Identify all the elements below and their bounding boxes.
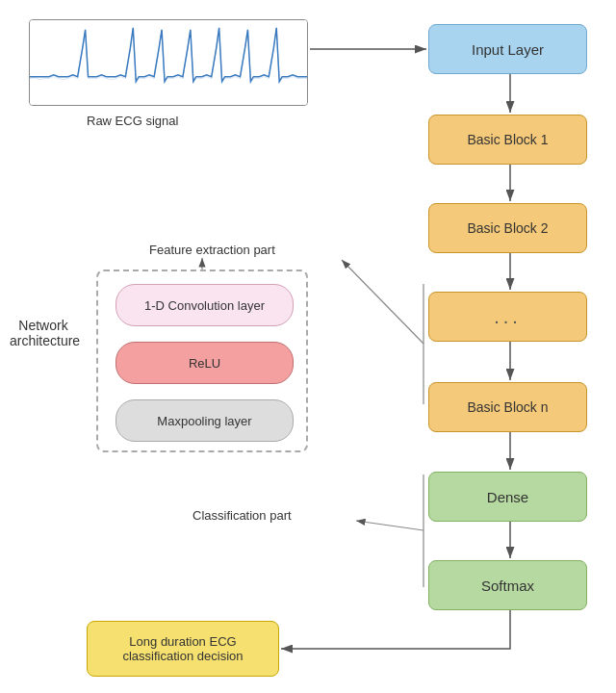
basic-block-1: Basic Block 1 xyxy=(428,115,587,165)
basic-block-2: Basic Block 2 xyxy=(428,203,587,253)
diagram-container: Raw ECG signal Network architecture Feat… xyxy=(0,0,616,693)
svg-rect-0 xyxy=(30,20,307,105)
input-layer: Input Layer xyxy=(428,24,587,74)
dense-block: Dense xyxy=(428,472,587,522)
classif-label: Classification part xyxy=(192,508,292,523)
ecg-signal-box xyxy=(29,19,308,106)
svg-line-9 xyxy=(342,260,424,344)
net-arch-label: Network architecture xyxy=(10,318,77,348)
basic-block-n: Basic Block n xyxy=(428,382,587,432)
maxpool-layer: Maxpooling layer xyxy=(116,399,294,442)
ecg-label: Raw ECG signal xyxy=(87,114,178,128)
output-box: Long duration ECG classification decisio… xyxy=(87,621,279,677)
output-label: Long duration ECG classification decisio… xyxy=(122,634,243,663)
svg-line-10 xyxy=(356,521,424,530)
dots-block: ... xyxy=(428,292,587,342)
feat-extract-label: Feature extraction part xyxy=(149,243,275,257)
relu-layer: ReLU xyxy=(116,342,294,384)
conv-layer: 1-D Convolution layer xyxy=(116,284,294,326)
softmax-block: Softmax xyxy=(428,560,587,610)
